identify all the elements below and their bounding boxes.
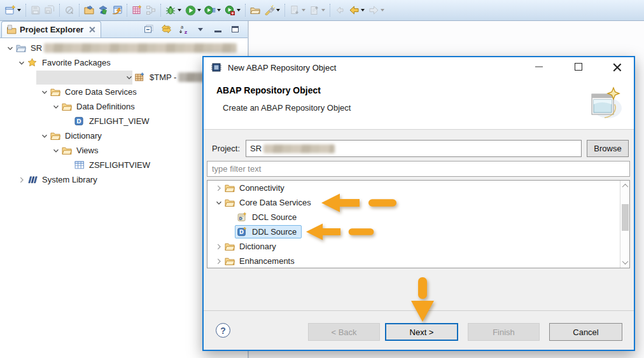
tree-node-label: System Library [40,174,99,185]
tree-node-ddl-source[interactable]: DDL Source [207,224,629,239]
tab-close-icon[interactable] [88,26,95,33]
cancel-button[interactable]: Cancel [549,323,622,341]
folder-icon [224,242,235,252]
toolbar-separator [79,4,80,17]
profile-dropdown[interactable] [217,9,221,11]
save-icon[interactable] [29,3,43,18]
debug-icon[interactable] [164,3,178,18]
next-annotation-icon[interactable] [288,3,302,18]
scroll-up-icon[interactable] [620,181,630,191]
finish-button[interactable]: Finish [468,323,540,341]
ddl-source-new-icon [237,227,248,237]
back-button[interactable]: < Back [308,323,380,341]
maximize-view-icon[interactable] [228,23,241,36]
new-wizard-icon[interactable] [3,3,17,18]
close-icon[interactable] [606,57,627,76]
debug-dropdown[interactable] [178,9,181,11]
save-all-icon[interactable] [43,3,57,18]
forward-dropdown[interactable] [381,9,384,11]
scroll-down-icon[interactable] [620,258,630,267]
project-input[interactable]: SR [246,140,582,157]
application-window: Project Explorer az [0,0,644,358]
back-dropdown[interactable] [361,9,365,11]
tree-node-core-data-services[interactable]: Core Data Services [207,195,629,210]
tree-node-label: ZSFLIGHTVIEW [87,160,152,170]
minimize-icon[interactable] [528,57,550,76]
folder-icon [61,146,72,156]
vertical-scrollbar[interactable] [620,181,629,268]
chevron-expanded-icon[interactable] [214,198,224,208]
ddl-source-icon [74,116,85,127]
folder-icon [50,131,60,141]
chevron-expanded-icon[interactable] [17,58,27,68]
browse-button[interactable]: Browse [587,140,629,157]
tree-node-label: Favorite Packages [40,57,113,68]
chevron-collapsed-icon[interactable] [214,256,224,266]
tree-node-connectivity[interactable]: Connectivity [207,181,629,195]
chevron-expanded-icon[interactable] [5,43,15,53]
forward-icon[interactable] [367,3,381,18]
chevron-expanded-icon[interactable] [124,72,134,83]
filter-input[interactable] [207,161,630,177]
dialog-titlebar[interactable]: New ABAP Repository Object [204,57,634,78]
back-icon[interactable] [347,3,361,18]
chevron-expanded-icon[interactable] [39,87,50,97]
collapse-all-icon[interactable] [143,23,155,36]
wizard-page-subtitle: Create an ABAP Repository Object [223,103,351,113]
object-type-tree: Connectivity Core Data Services DCL Sour… [207,180,630,268]
previous-annotation-dropdown[interactable] [321,9,325,11]
open-resource-icon[interactable] [248,3,262,18]
next-annotation-dropdown[interactable] [302,9,305,11]
pin-editor-icon[interactable] [62,3,76,18]
abap-project-icon [15,43,26,53]
redacted-text [263,144,335,153]
search-icon[interactable] [262,3,276,18]
chevron-collapsed-icon[interactable] [214,183,224,193]
scrollbar-thumb[interactable] [622,204,629,231]
open-abap-object-icon[interactable] [82,3,96,18]
new-ddic-object-icon[interactable] [130,3,144,18]
chevron-collapsed-icon[interactable] [214,242,224,252]
next-button[interactable]: Next > [385,323,458,341]
new-wizard-glyph [5,5,16,15]
chevron-expanded-icon[interactable] [51,146,61,156]
tree-node-label: Enhancements [237,256,297,266]
last-edit-location-icon[interactable] [333,3,347,18]
wizard-banner-icon [587,80,624,124]
run-dropdown[interactable] [197,9,201,11]
folder-icon [61,102,72,112]
tree-node-label: SR [29,43,44,53]
chevron-expanded-icon[interactable] [51,102,61,112]
view-menu-icon[interactable] [194,23,207,36]
selected-item-highlight: DDL Source [235,225,302,238]
open-sap-gui-icon[interactable] [110,3,124,18]
tree-node-label: DDL Source [250,226,298,237]
view-tab-bar: Project Explorer az [0,21,248,38]
chevron-collapsed-icon[interactable] [17,175,27,185]
new-wizard-dropdown[interactable] [17,9,21,11]
help-glyph: ? [220,326,226,336]
help-icon[interactable]: ? [216,323,230,338]
coverage-icon[interactable] [223,3,237,18]
tree-node-label: Core Data Services [237,197,313,208]
profile-icon[interactable] [203,3,217,18]
tree-node-enhancements[interactable]: Enhancements [207,254,629,268]
search-dropdown[interactable] [276,9,280,11]
svg-text:a: a [180,24,183,30]
tab-project-explorer[interactable]: Project Explorer [1,21,101,38]
relation-explorer-icon[interactable] [144,3,158,18]
tree-node-dcl-source[interactable]: DCL Source [207,210,629,224]
run-abap-object-icon[interactable] [96,3,110,18]
tree-node-dictionary[interactable]: Dictionary [207,239,629,254]
tree-node-project-root[interactable]: SR [0,41,248,55]
previous-annotation-icon[interactable] [307,3,321,18]
maximize-icon[interactable] [568,57,589,76]
run-icon[interactable] [183,3,197,18]
chevron-expanded-icon[interactable] [39,131,50,141]
dialog-title: New ABAP Repository Object [228,63,336,72]
toolbar-separator [330,4,330,17]
sort-alphabetical-icon[interactable]: az [177,23,190,36]
minimize-view-icon[interactable] [211,23,224,36]
link-with-editor-icon[interactable] [160,23,172,36]
coverage-dropdown[interactable] [237,9,241,11]
